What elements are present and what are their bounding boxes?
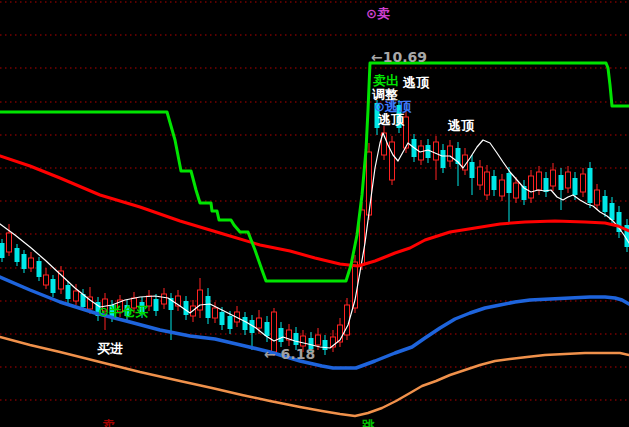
stock-chart: ⊙卖←10.69卖出逃顶调整⊙逃顶逃顶逃顶⊙半仓买买进← 6.18卖跳 [0,0,629,427]
candle-body-up [162,294,167,304]
candle-body-up [581,174,586,192]
indicator-line-white-ma [0,133,629,348]
candle-body-down [470,162,475,178]
candle-body-down [184,301,189,315]
candle-body-up [44,275,49,285]
candle-body-up [147,296,152,306]
candle-body-down [375,103,380,128]
indicator-line-orange-band [0,337,629,416]
candle-body-up [272,312,277,352]
candle-body-down [15,248,20,262]
candle-body-down [603,196,608,212]
candle-body-up [478,167,483,185]
candle-body-up [566,172,571,188]
candle-body-down [426,145,431,158]
candle-body-up [529,176,534,198]
candle-body-down [492,176,497,190]
candle-body-down [573,178,578,195]
candle-body-down [22,254,27,269]
candle-body-up [7,233,12,252]
candle-body-down [228,316,233,329]
candle-body-down [610,203,615,220]
candle-body-down [397,105,402,128]
candle-body-down [265,322,270,336]
candle-body-up [132,298,137,308]
candle-body-up [390,142,395,180]
candle-body-down [0,243,5,258]
indicator-line-green-band [0,63,629,281]
candle-body-up [434,142,439,160]
candle-body-down [66,285,71,299]
candle-body-down [206,296,211,318]
candle-body-down [243,317,248,330]
candle-body-up [301,336,306,346]
candle-body-down [37,261,42,277]
candle-body-up [74,291,79,301]
candle-body-down [220,312,225,325]
candle-body-down [559,175,564,190]
candle-body-up [213,308,218,318]
candle-body-up [448,146,453,161]
indicator-line-red-ma [0,156,629,266]
candle-body-up [316,335,321,345]
candle-body-up [257,318,262,328]
candle-body-up [367,152,372,215]
candle-body-down [125,305,130,316]
candle-body-down [294,333,299,345]
candle-body-down [279,328,284,342]
candle-body-down [323,340,328,350]
candle-body-down [441,150,446,168]
candle-body-up [595,190,600,205]
candle-body-up [29,258,34,268]
indicator-line-blue-ma [0,277,629,368]
candle-body-up [551,170,556,186]
candle-body-down [588,168,593,203]
candle-body-up [500,180,505,196]
candle-body-up [537,172,542,190]
candle-body-down [544,178,549,192]
candle-body-down [507,173,512,193]
candle-body-up [514,183,519,198]
candle-body-down [154,299,159,311]
candle-body-down [140,302,145,314]
candle-body-down [309,338,314,349]
candle-body-up [485,172,490,195]
chart-canvas [0,0,629,427]
candle-body-up [103,299,108,311]
candle-body-down [51,279,56,293]
candle-body-up [419,146,424,160]
